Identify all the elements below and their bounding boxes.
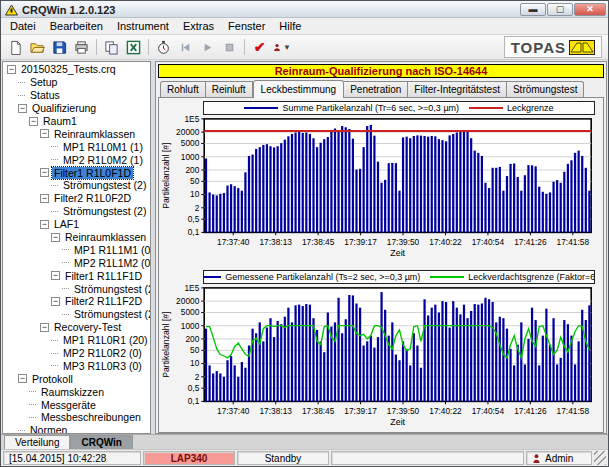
svg-text:17:40:22: 17:40:22 [429,238,462,247]
tree-item[interactable]: MP3 R1L0R3 (0) [5,359,150,372]
menu-item-datei[interactable]: Datei [3,19,43,33]
tree-item[interactable]: Status [5,89,150,102]
tree-expand-icon[interactable]: − [51,233,60,242]
save-button[interactable] [49,37,70,57]
tree-item[interactable]: −Filter2 R1L0F2D [5,192,150,205]
close-button[interactable]: ✕ [574,3,606,16]
tree-expand-icon[interactable]: − [51,271,60,280]
svg-text:200: 200 [185,335,199,344]
menu-item-instrument[interactable]: Instrument [110,19,176,33]
copy-icon [104,40,119,55]
maximize-button[interactable]: ▢ [547,3,573,16]
tree-item[interactable]: Messgeräte [5,398,150,411]
tree-item-label: Strömungstest (2) [61,179,148,191]
title-bar[interactable]: CRQWin 1.2.0.123 ▬ ▢ ✕ [1,1,608,18]
status-user-label: Admin [545,453,573,464]
tree-item[interactable]: Normen [5,424,150,434]
tree-item[interactable]: −Recovery-Test [5,321,150,334]
tree-item[interactable]: −Reinraumklassen [5,127,150,140]
tree-item[interactable]: Raumskizzen [5,385,150,398]
tree-connector [51,365,58,366]
status-message [331,451,524,465]
tree-item-label: MP1 R1L1M1 (0) [72,244,151,256]
tree-expand-icon[interactable]: − [29,117,38,126]
tree-item[interactable]: −Filter1 R1L0F1D [5,166,150,179]
stop-button[interactable] [219,37,240,57]
charts-area: Summe Partikelanzahl (Tr=6 sec, >=0,3 µm… [158,97,604,433]
top-chart-plot: 1E52000050001000200501020,50,117:37:4017… [161,116,601,268]
resize-grip[interactable] [594,451,606,465]
tab-rohluft[interactable]: Rohluft [160,81,206,97]
svg-text:20000: 20000 [176,297,200,306]
svg-text:0,1: 0,1 [188,228,200,237]
tree-item[interactable]: −Filter2 R1L1F2D [5,295,150,308]
tree-expand-icon[interactable]: − [40,129,49,138]
tree-item[interactable]: −Filter1 R1L1F1D [5,269,150,282]
tree-item[interactable]: −Raum1 [5,115,150,128]
legend-line-swatch [203,276,221,278]
svg-text:17:39:50: 17:39:50 [387,238,420,247]
status-datetime: [15.04.2015] 10:42:28 [3,451,141,465]
new-file-button[interactable] [5,37,26,57]
tree-expand-icon[interactable]: − [40,220,49,229]
tree-item[interactable]: MP2 R1L1M2 (0) [5,256,150,269]
tree-item[interactable]: Strömungstest (2) [5,308,150,321]
tree-item[interactable]: Strömungstest (2) [5,205,150,218]
tree-item[interactable]: −Reinraumklassen [5,231,150,244]
tree-item[interactable]: −Qualifizierung [5,102,150,115]
view-tab-verteilung[interactable]: Verteilung [4,435,70,449]
print-button[interactable] [71,37,92,57]
legend-item: Gemessene Partikelanzahl (Ts=2 sec, >=0,… [203,272,420,282]
tree-expand-icon[interactable]: − [18,104,27,113]
tree-item[interactable]: −20150325_Tests.crq [5,63,150,76]
tree-item[interactable]: −Protokoll [5,372,150,385]
check-button[interactable]: ✔ [249,37,270,57]
legend-line-swatch [244,107,278,109]
tab-filter-integrit-tstest[interactable]: Filter-Integritätstest [408,81,507,97]
tree-expand-icon[interactable]: − [18,374,27,383]
tree-item[interactable]: MP2 R1L0R2 (0) [5,347,150,360]
tree-item[interactable]: MP1 R1L0M1 (1) [5,140,150,153]
tree-expand-icon[interactable]: − [7,65,16,74]
toolbar-separator [96,39,97,55]
tree-item[interactable]: Strömungstest (2) [5,179,150,192]
menu-item-fenster[interactable]: Fenster [221,19,272,33]
tab-reinluft[interactable]: Reinluft [206,81,253,97]
tree-expand-icon[interactable]: − [40,323,49,332]
menu-item-extras[interactable]: Extras [176,19,221,33]
tree-expand-icon[interactable]: − [40,194,49,203]
menu-item-bearbeiten[interactable]: Bearbeiten [43,19,110,33]
tree-item-label: Strömungstest (2) [61,205,148,217]
open-file-button[interactable] [27,37,48,57]
minimize-button[interactable]: ▬ [520,3,546,16]
svg-text:17:41:26: 17:41:26 [514,407,547,416]
tree-expand-icon[interactable]: − [40,168,49,177]
excel-export-button[interactable] [123,37,144,57]
tree-item[interactable]: MP1 R1L0R1 (20) [5,334,150,347]
tree-item[interactable]: Messbeschreibungen [5,411,150,424]
svg-text:10: 10 [190,360,200,369]
start-button[interactable] [197,37,218,57]
tree-item[interactable]: −LAF1 [5,218,150,231]
step-back-button[interactable] [175,37,196,57]
user-menu-button[interactable]: ▼ [271,37,292,57]
tree-item[interactable]: Strömungstest (2) [5,282,150,295]
tree-item[interactable]: MP2 R1L0M2 (1) [5,153,150,166]
svg-text:Partikelanzahl [#]: Partikelanzahl [#] [161,142,171,208]
tree-connector [51,211,58,212]
qualification-panel: Reinraum-Qualifizierung nach ISO-14644 R… [155,61,607,434]
view-tab-crqwin[interactable]: CRQWin [70,435,132,449]
tree-item[interactable]: Setup [5,76,150,89]
copy-button[interactable] [101,37,122,57]
tree-item[interactable]: MP1 R1L1M1 (0) [5,243,150,256]
timer-button[interactable] [153,37,174,57]
toolbar-separator [244,39,245,55]
menu-item-hilfe[interactable]: Hilfe [272,19,308,33]
tree-item-label: Filter2 R1L0F2D [52,192,133,204]
tab-leckbestimmung[interactable]: Leckbestimmung [253,80,345,98]
tree-item-label-selected: Filter1 R1L0F1D [52,167,133,179]
tree-expand-icon[interactable]: − [51,297,60,306]
tree-item-label: Reinraumklassen [63,231,148,243]
tab-penetration[interactable]: Penetration [344,81,408,97]
tab-str-mungstest[interactable]: Strömungstest [507,81,584,97]
